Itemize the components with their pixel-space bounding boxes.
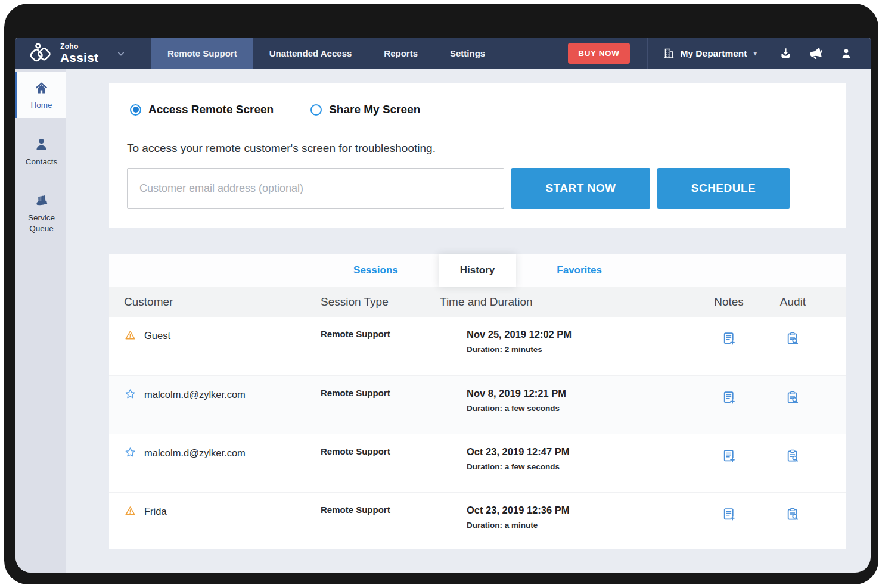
audit-search-icon[interactable] <box>785 390 800 405</box>
sidebar-item-label: Home <box>30 100 52 111</box>
start-now-button[interactable]: START NOW <box>511 168 650 209</box>
brand-product: Assist <box>60 51 98 64</box>
session-time: Oct 23, 2019 12:47 PM <box>467 446 693 458</box>
department-label: My Department <box>681 48 747 59</box>
top-navigation-bar: Zoho Assist Remote Support Unattended Ac… <box>15 38 871 69</box>
session-duration: Duration: a minute <box>467 521 693 530</box>
sidebar: Home Contacts Service Queue <box>15 69 66 573</box>
home-icon <box>33 80 49 96</box>
session-type: Remote Support <box>321 388 440 434</box>
radio-label: Access Remote Screen <box>148 103 274 116</box>
col-header-notes: Notes <box>693 295 765 309</box>
notes-add-icon[interactable] <box>722 507 737 522</box>
tab-reports[interactable]: Reports <box>368 38 434 69</box>
service-queue-icon <box>33 192 49 209</box>
table-header-row: Customer Session Type Time and Duration … <box>109 287 846 317</box>
notes-add-icon[interactable] <box>722 390 737 405</box>
app-switcher-chevron-icon[interactable] <box>115 48 127 60</box>
tab-remote-support[interactable]: Remote Support <box>151 38 253 69</box>
sidebar-item-label: Service Queue <box>19 213 64 234</box>
app-window: Zoho Assist Remote Support Unattended Ac… <box>15 38 871 573</box>
customer-name: Frida <box>144 506 167 517</box>
customer-name: malcolm.d@zylker.com <box>144 389 246 400</box>
warning-icon <box>124 505 136 517</box>
star-icon[interactable] <box>124 388 136 400</box>
session-duration: Duration: a few seconds <box>467 404 693 413</box>
main-content: Access Remote Screen Share My Screen To … <box>66 69 871 573</box>
department-building-icon <box>663 47 675 60</box>
tab-settings[interactable]: Settings <box>434 38 501 69</box>
brand-company: Zoho <box>60 43 98 50</box>
session-time: Oct 23, 2019 12:36 PM <box>467 505 693 516</box>
warning-icon <box>124 329 136 341</box>
sidebar-item-service-queue[interactable]: Service Queue <box>15 185 66 241</box>
brand-text: Zoho Assist <box>60 43 98 64</box>
star-icon[interactable] <box>124 446 136 459</box>
session-mode-radios: Access Remote Screen Share My Screen <box>130 103 420 116</box>
table-row[interactable]: Frida Remote Support Oct 23, 2019 12:36 … <box>109 492 846 544</box>
audit-search-icon[interactable] <box>785 449 800 463</box>
tab-unattended-access[interactable]: Unattended Access <box>253 38 368 69</box>
session-duration: Duration: 2 minutes <box>467 345 693 354</box>
notes-add-icon[interactable] <box>722 331 737 346</box>
history-tabs: Sessions History Favorites <box>109 254 846 287</box>
announcement-icon[interactable] <box>809 46 824 61</box>
schedule-button[interactable]: SCHEDULE <box>657 168 790 209</box>
brand-logo[interactable]: Zoho Assist <box>15 38 151 69</box>
sessions-history-panel: Sessions History Favorites Customer Sess… <box>109 254 846 549</box>
session-time: Nov 8, 2019 12:21 PM <box>467 388 693 399</box>
session-time: Nov 25, 2019 12:02 PM <box>467 329 693 340</box>
tab-sessions[interactable]: Sessions <box>332 254 420 287</box>
form-description: To access your remote customer's screen … <box>127 142 436 155</box>
nav-right-section: BUY NOW My Department ▾ <box>568 38 871 69</box>
nav-divider <box>647 38 648 69</box>
device-frame: Zoho Assist Remote Support Unattended Ac… <box>4 4 878 584</box>
audit-search-icon[interactable] <box>785 331 800 346</box>
col-header-session-type: Session Type <box>321 295 440 309</box>
session-start-panel: Access Remote Screen Share My Screen To … <box>109 83 846 228</box>
customer-name: malcolm.d@zylker.com <box>144 447 246 459</box>
sidebar-item-home[interactable]: Home <box>15 72 66 118</box>
buy-now-button[interactable]: BUY NOW <box>568 43 629 64</box>
col-header-audit: Audit <box>765 295 821 309</box>
radio-share-my-screen[interactable]: Share My Screen <box>310 103 420 116</box>
session-type: Remote Support <box>321 329 440 375</box>
customer-email-input[interactable] <box>127 168 504 209</box>
department-selector[interactable]: My Department ▾ <box>663 47 757 60</box>
customer-name: Guest <box>144 330 170 341</box>
radio-unselected-icon <box>310 104 322 116</box>
tab-history[interactable]: History <box>439 254 517 287</box>
main-nav-tabs: Remote Support Unattended Access Reports… <box>151 38 501 69</box>
zoho-assist-logo-icon <box>29 41 54 66</box>
session-type: Remote Support <box>321 446 440 492</box>
session-duration: Duration: a few seconds <box>467 462 693 471</box>
audit-search-icon[interactable] <box>785 507 800 522</box>
download-icon[interactable] <box>779 46 793 60</box>
user-icon[interactable] <box>840 47 853 60</box>
contacts-icon <box>33 136 49 153</box>
table-row[interactable]: malcolm.d@zylker.com Remote Support Nov … <box>109 375 846 434</box>
department-caret-icon: ▾ <box>753 49 757 57</box>
sidebar-item-label: Contacts <box>26 157 57 167</box>
tab-favorites[interactable]: Favorites <box>535 254 623 287</box>
table-row[interactable]: malcolm.d@zylker.com Remote Support Oct … <box>109 434 846 492</box>
sidebar-item-contacts[interactable]: Contacts <box>15 129 66 175</box>
radio-selected-icon <box>130 104 141 116</box>
radio-label: Share My Screen <box>329 103 420 116</box>
notes-add-icon[interactable] <box>722 449 737 463</box>
col-header-customer: Customer <box>124 295 321 309</box>
col-header-time-duration: Time and Duration <box>440 295 693 309</box>
session-type: Remote Support <box>321 505 440 544</box>
radio-access-remote-screen[interactable]: Access Remote Screen <box>130 103 274 116</box>
table-row[interactable]: Guest Remote Support Nov 25, 2019 12:02 … <box>109 317 846 375</box>
